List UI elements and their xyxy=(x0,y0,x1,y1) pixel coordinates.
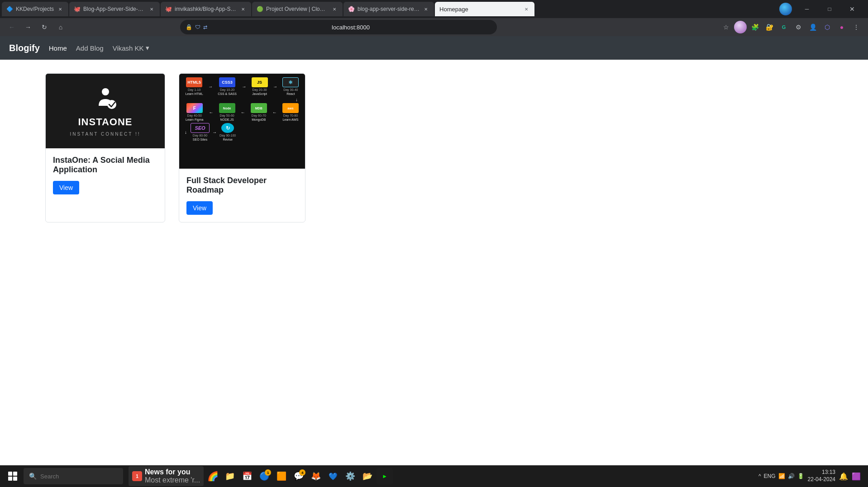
taskbar-search-icon: 🔍 xyxy=(29,473,37,480)
taskbar-search-box[interactable]: 🔍 xyxy=(24,468,123,484)
main-content: INSTAONE INSTANT CONNECT !! InstaOne: A … xyxy=(0,60,868,236)
tab-4-close[interactable]: ✕ xyxy=(331,5,338,13)
taskbar-app1[interactable]: 🔵 1 xyxy=(256,468,272,484)
close-button[interactable]: ✕ xyxy=(842,2,863,16)
react-days: Day 30-40 xyxy=(283,88,298,91)
js-icon: JS xyxy=(252,77,268,87)
address-input-wrap[interactable]: 🔒 🛡 ⇄ xyxy=(180,20,497,34)
card-roadmap-view-button[interactable]: View xyxy=(186,201,213,215)
home-button[interactable]: ⌂ xyxy=(54,21,67,33)
nav-user-label: Vikash KK xyxy=(113,44,144,52)
instaone-sub: INSTANT CONNECT !! xyxy=(70,132,140,137)
tab-3[interactable]: 🐙 imvikashkk/Blog-App-Serv... ✕ xyxy=(161,2,251,16)
html-days: Day 1-10 xyxy=(188,88,200,91)
seo-label: SEO Sites xyxy=(193,138,207,141)
notification-bell[interactable]: 🔔 xyxy=(839,472,848,481)
card-instaone-title: InstaOne: A Social Media Application xyxy=(53,156,157,175)
card-roadmap-body: Full Stack Developer Roadmap View xyxy=(179,169,305,222)
tab-4[interactable]: 🟢 Project Overview | Cloud: M... ✕ xyxy=(252,2,343,16)
taskbar-terminal[interactable]: ▶ xyxy=(377,468,393,484)
app-navbar: Blogify Home Add Blog Vikash KK ▾ xyxy=(0,36,868,60)
news-text-block: News for you Most extreme 'r... xyxy=(145,468,200,484)
seo-icon: SEO xyxy=(191,123,210,133)
html-label: Learn HTML xyxy=(186,92,203,95)
extensions-icon[interactable]: 🧩 xyxy=(749,21,761,33)
tab-5-close[interactable]: ✕ xyxy=(422,5,429,13)
system-clock[interactable]: 13:13 22-04-2024 xyxy=(808,469,835,483)
tab-search-input[interactable] xyxy=(439,6,520,13)
news-notification[interactable]: 1 News for you Most extreme 'r... xyxy=(129,466,204,486)
tray-language: ENG xyxy=(764,473,776,479)
tab-4-favicon: 🟢 xyxy=(257,6,263,12)
bookmark-icon[interactable]: ☆ xyxy=(720,21,732,33)
taskbar-colorful-icon[interactable]: 🌈 xyxy=(205,468,221,484)
tab-1-title: KKDev/Projects xyxy=(16,6,54,12)
arrow4: ← xyxy=(272,110,277,115)
news-icon: 1 xyxy=(132,471,142,481)
taskbar-calendar[interactable]: 📅 xyxy=(239,468,255,484)
tab-2[interactable]: 🐙 Blog-App-Server-Side-Ren... ✕ xyxy=(69,2,160,16)
mongo-days: Day 60-70 xyxy=(252,114,266,117)
tab-3-close[interactable]: ✕ xyxy=(239,5,247,13)
tab-2-favicon: 🐙 xyxy=(74,6,81,12)
card-instaone-view-button[interactable]: View xyxy=(53,181,79,194)
react-icon: ⚛ xyxy=(282,77,299,87)
tab-5[interactable]: 🌸 blog-app-server-side-rende... ✕ xyxy=(343,2,434,16)
taskbar-app2[interactable]: 🟧 xyxy=(273,468,290,484)
navbar-brand[interactable]: Blogify xyxy=(9,43,40,53)
reload-button[interactable]: ↻ xyxy=(38,21,51,33)
news-subtitle: Most extreme 'r... xyxy=(145,476,200,484)
taskbar-files[interactable]: 📂 xyxy=(359,468,376,484)
grammarly-icon[interactable]: G xyxy=(777,21,790,33)
bitwarden-icon[interactable]: 🔐 xyxy=(763,21,776,33)
taskbar-whatsapp[interactable]: 💬 4 xyxy=(291,468,307,484)
shield-icon: 🛡 xyxy=(195,24,200,30)
windows-icon xyxy=(8,472,17,481)
taskbar-firefox[interactable]: 🦊 xyxy=(308,468,324,484)
seo-days: Day 80-90 xyxy=(193,134,207,137)
taskbar-file-explorer[interactable]: 📁 xyxy=(222,468,238,484)
globe-icon xyxy=(777,2,795,16)
clock-date: 22-04-2024 xyxy=(808,476,835,483)
menu-icon[interactable]: ⋮ xyxy=(850,21,863,33)
back-button[interactable]: ← xyxy=(5,21,18,33)
maximize-button[interactable]: □ xyxy=(819,2,840,16)
figma-label: Learn Figma xyxy=(186,118,203,121)
roadmap-row2: aws Day 70-80 Learn AWS ← MDB Day 60-70 … xyxy=(183,103,301,121)
minimize-button[interactable]: ─ xyxy=(796,2,817,16)
card-roadmap: HTML5 Day 1-10 Learn HTML → CSS3 Day 10-… xyxy=(179,73,305,222)
tab-1[interactable]: 🔷 KKDev/Projects ✕ xyxy=(2,2,68,16)
forward-button[interactable]: → xyxy=(22,21,34,33)
tab-1-close[interactable]: ✕ xyxy=(57,5,64,13)
tab-search[interactable]: ✕ xyxy=(435,2,534,16)
profile-icon[interactable] xyxy=(734,21,747,33)
tab-3-favicon: 🐙 xyxy=(165,6,172,12)
start-button[interactable] xyxy=(4,467,22,485)
revise-icon: ↻ xyxy=(221,123,234,133)
instaone-logo-text: INSTAONE xyxy=(78,116,132,128)
card-instaone-body: InstaOne: A Social Media Application Vie… xyxy=(46,148,165,202)
extension3-icon[interactable]: ● xyxy=(835,21,848,33)
taskbar-vscode[interactable]: 💙 xyxy=(325,468,341,484)
taskbar-settings[interactable]: ⚙️ xyxy=(342,468,358,484)
tray-volume: 🔊 xyxy=(788,473,795,479)
tab-bar: 🔷 KKDev/Projects ✕ 🐙 Blog-App-Server-Sid… xyxy=(0,0,868,18)
arrow3: → xyxy=(273,84,277,89)
extension2-icon[interactable]: ⬡ xyxy=(821,21,834,33)
nav-home[interactable]: Home xyxy=(49,44,67,52)
tab-search-close[interactable]: ✕ xyxy=(523,5,530,13)
arrow5: ← xyxy=(241,110,245,115)
nav-user-dropdown[interactable]: Vikash KK ▾ xyxy=(113,44,149,52)
mongo-icon: MDB xyxy=(251,103,267,113)
css-days: Day 10-20 xyxy=(220,88,234,91)
window-controls: ─ □ ✕ xyxy=(777,2,866,16)
tab-2-close[interactable]: ✕ xyxy=(148,5,155,13)
settings-icon[interactable]: ⚙ xyxy=(792,21,805,33)
taskbar-search-input[interactable] xyxy=(40,473,113,480)
nav-add-blog[interactable]: Add Blog xyxy=(76,44,104,52)
address-input[interactable] xyxy=(210,24,491,31)
card-roadmap-title: Full Stack Developer Roadmap xyxy=(186,176,298,195)
user-icon[interactable]: 👤 xyxy=(806,21,819,33)
nodejs-icon: Node xyxy=(219,103,235,113)
tray-chevron[interactable]: ^ xyxy=(758,473,761,479)
